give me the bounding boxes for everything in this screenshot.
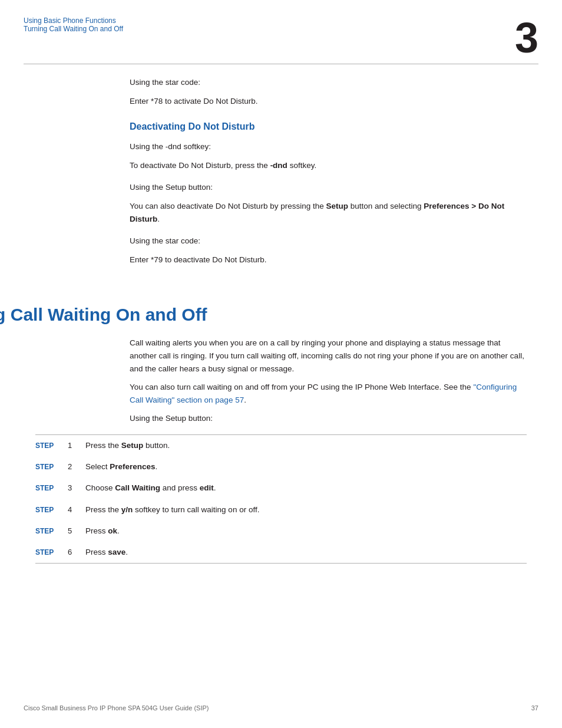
setup-mid: button and selecting — [348, 202, 424, 210]
step-number: 6 — [68, 548, 85, 556]
footer-text: Cisco Small Business Pro IP Phone SPA 50… — [24, 704, 209, 711]
page-header: Using Basic Phone Functions Turning Call… — [0, 0, 562, 59]
softkey-text-suffix: softkey. — [287, 161, 316, 170]
content-area: Using the star code: Enter *78 to activa… — [0, 64, 562, 266]
chapter-number: 3 — [515, 17, 538, 59]
star-code-deactivate: Enter *79 to deactivate Do Not Disturb. — [130, 253, 527, 266]
step-content: Press the Setup button. — [85, 440, 527, 452]
softkey-section: Using the -dnd softkey: To deactivate Do… — [130, 140, 527, 172]
steps-section: STEP1Press the Setup button.STEP2Select … — [0, 434, 562, 564]
setup-label-2: Using the Setup button: — [130, 412, 527, 425]
call-waiting-desc-section: Call waiting alerts you when you are on … — [130, 337, 527, 425]
step-row: STEP4Press the y/n softkey to turn call … — [35, 499, 527, 521]
star-code-label-2: Using the star code: — [130, 235, 527, 248]
section-heading-large: Turning Call Waiting On and Off — [0, 305, 527, 325]
step-text-bold: Preferences — [110, 462, 155, 471]
step-label: STEP — [35, 506, 68, 514]
step-label: STEP — [35, 548, 68, 556]
step-label: STEP — [35, 484, 68, 492]
setup-section: Using the Setup button: You can also dea… — [130, 181, 527, 225]
step-text-bold: Setup — [121, 441, 144, 450]
step-number: 2 — [68, 462, 85, 471]
step-text-prefix: Press the — [85, 441, 121, 450]
step-content: Choose Call Waiting and press edit. — [85, 482, 527, 494]
step-content: Press ok. — [85, 525, 527, 537]
step-label: STEP — [35, 442, 68, 450]
step-text-bold: Call Waiting — [115, 483, 160, 492]
softkey-text-prefix: To deactivate Do Not Disturb, press the — [130, 161, 270, 170]
softkey-instruction: To deactivate Do Not Disturb, press the … — [130, 159, 527, 172]
step-text-suffix: . — [125, 548, 128, 556]
step-text-bold: ok — [108, 526, 117, 535]
steps-rule-bottom — [35, 563, 527, 564]
step-text-prefix: Select — [85, 462, 110, 471]
step-label: STEP — [35, 527, 68, 535]
step-number: 4 — [68, 505, 85, 514]
cw-desc-prefix: You can also turn call waiting on and of… — [130, 383, 473, 391]
step-text-suffix: and press — [160, 483, 200, 492]
page-container: Using Basic Phone Functions Turning Call… — [0, 0, 562, 728]
cw-desc-suffix: . — [244, 396, 246, 404]
star-code-section-1: Using the star code: Enter *78 to activa… — [130, 76, 527, 107]
step-text-prefix: Press — [85, 548, 108, 556]
deactivating-heading: Deactivating Do Not Disturb — [130, 121, 527, 132]
setup-label-1: Using the Setup button: — [130, 181, 527, 194]
step-text-bold-2: edit — [200, 483, 214, 492]
step-row: STEP1Press the Setup button. — [35, 435, 527, 456]
breadcrumb: Using Basic Phone Functions Turning Call… — [24, 17, 123, 33]
softkey-text-bold: -dnd — [270, 161, 287, 170]
step-text-prefix: Press — [85, 526, 108, 535]
step-number: 3 — [68, 483, 85, 492]
step-text-suffix: . — [117, 526, 120, 535]
step-number: 5 — [68, 526, 85, 535]
setup-bold-1: Setup — [326, 202, 348, 210]
chapter-number-container: 3 — [515, 17, 538, 59]
call-waiting-content: Call waiting alerts you when you are on … — [0, 337, 562, 425]
softkey-label: Using the -dnd softkey: — [130, 140, 527, 153]
step-text-suffix: . — [156, 462, 158, 471]
step-content: Press save. — [85, 546, 527, 558]
call-waiting-desc-2: You can also turn call waiting on and of… — [130, 381, 527, 406]
step-row: STEP3Choose Call Waiting and press edit. — [35, 477, 527, 499]
setup-instruction: You can also deactivate Do Not Disturb b… — [130, 200, 527, 225]
step-row: STEP2Select Preferences. — [35, 456, 527, 477]
section-heading-wrapper: Turning Call Waiting On and Off — [0, 275, 562, 325]
star-code-section-2: Using the star code: Enter *79 to deacti… — [130, 235, 527, 266]
steps-container: STEP1Press the Setup button.STEP2Select … — [35, 435, 527, 564]
step-text-suffix-2: . — [214, 483, 216, 492]
step-label: STEP — [35, 463, 68, 471]
step-text-bold: save — [108, 548, 125, 556]
step-content: Select Preferences. — [85, 461, 527, 473]
step-number: 1 — [68, 441, 85, 450]
step-row: STEP5Press ok. — [35, 521, 527, 542]
step-text-suffix: button. — [143, 441, 170, 450]
step-text-prefix: Press the — [85, 505, 121, 514]
star-code-activate: Enter *78 to activate Do Not Disturb. — [130, 95, 527, 108]
breadcrumb-main: Using Basic Phone Functions — [24, 17, 123, 25]
setup-prefix: You can also deactivate Do Not Disturb b… — [130, 202, 326, 210]
star-code-label-1: Using the star code: — [130, 76, 527, 89]
step-text-prefix: Choose — [85, 483, 115, 492]
step-text-suffix: softkey to turn call waiting on or off. — [133, 505, 259, 514]
setup-suffix: . — [157, 215, 160, 223]
step-text-bold: y/n — [121, 505, 133, 514]
step-content: Press the y/n softkey to turn call waiti… — [85, 504, 527, 516]
step-row: STEP6Press save. — [35, 542, 527, 563]
call-waiting-desc-1: Call waiting alerts you when you are on … — [130, 337, 527, 375]
page-footer: Cisco Small Business Pro IP Phone SPA 50… — [0, 704, 562, 711]
footer-page-number: 37 — [531, 704, 538, 711]
breadcrumb-sub: Turning Call Waiting On and Off — [24, 25, 123, 33]
